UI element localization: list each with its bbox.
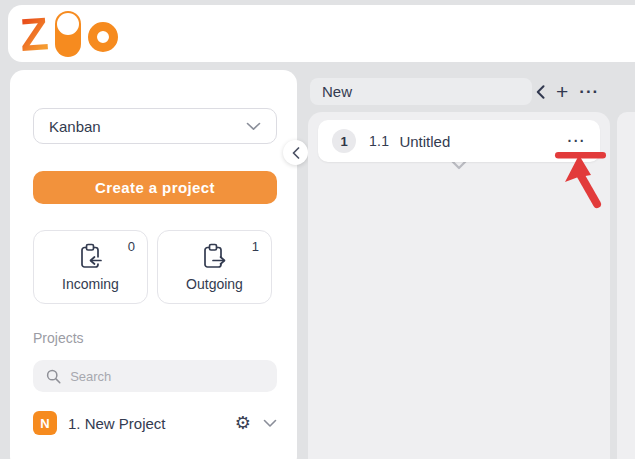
add-card-button[interactable]: +	[556, 81, 568, 102]
chevron-left-icon	[292, 147, 300, 159]
board-controls: + ···	[536, 78, 599, 105]
card-menu-button[interactable]: ···	[568, 133, 587, 149]
create-project-button[interactable]: Create a project	[33, 171, 277, 204]
chevron-down-icon[interactable]	[263, 419, 277, 428]
search-input[interactable]	[70, 369, 264, 384]
next-column-edge	[617, 112, 635, 459]
clipboard-arrow-out-icon	[202, 243, 228, 271]
incoming-label: Incoming	[62, 276, 119, 292]
logo-letter-o-shape	[88, 22, 118, 52]
view-mode-value: Kanban	[49, 118, 101, 135]
chevron-down-icon	[246, 122, 261, 131]
stats-row: 0 Incoming 1 Out	[33, 230, 277, 304]
task-badge: 1	[332, 129, 356, 153]
logo-letter-i-shape	[55, 11, 81, 57]
logo-i-dot	[57, 13, 79, 35]
project-search[interactable]	[33, 360, 277, 392]
logo-letter-z: Z	[18, 10, 49, 58]
zio-logo[interactable]: Z	[20, 11, 118, 57]
clipboard-arrow-in-icon	[78, 243, 104, 271]
incoming-card[interactable]: 0 Incoming	[33, 230, 148, 304]
column-more-button[interactable]: ···	[579, 83, 599, 100]
view-mode-select[interactable]: Kanban	[33, 108, 277, 144]
top-bar: Z	[8, 5, 635, 62]
outgoing-count: 1	[252, 239, 259, 254]
app-window: Z Kanban Create a project 0 Incoming	[0, 0, 635, 459]
outgoing-label: Outgoing	[186, 276, 243, 292]
column-title-input[interactable]: New	[310, 78, 532, 105]
project-name: 1. New Project	[68, 415, 235, 432]
incoming-count: 0	[128, 239, 135, 254]
sidebar-collapse-button[interactable]	[283, 140, 308, 165]
search-icon	[46, 368, 61, 385]
project-avatar: N	[33, 411, 57, 435]
chevron-left-icon[interactable]	[536, 85, 545, 99]
task-title: Untitled	[399, 133, 450, 150]
gear-icon[interactable]: ⚙	[235, 414, 251, 432]
task-number: 1.1	[369, 133, 389, 149]
projects-section-label: Projects	[33, 330, 277, 346]
task-card[interactable]: 1 1.1 Untitled ···	[318, 120, 600, 162]
project-list-item[interactable]: N 1. New Project ⚙	[33, 411, 277, 435]
column-body: 1 1.1 Untitled ···	[308, 112, 610, 459]
sidebar: Kanban Create a project 0 Incoming 1	[10, 70, 297, 459]
outgoing-card[interactable]: 1 Outgoing	[157, 230, 272, 304]
